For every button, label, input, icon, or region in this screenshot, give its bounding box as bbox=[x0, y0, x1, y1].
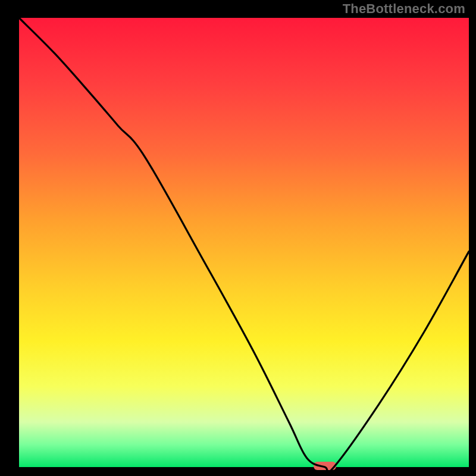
chart-plot bbox=[0, 0, 476, 476]
watermark-label: TheBottleneck.com bbox=[343, 1, 465, 17]
chart-container: TheBottleneck.com bbox=[0, 0, 476, 476]
plot-background bbox=[19, 18, 469, 467]
